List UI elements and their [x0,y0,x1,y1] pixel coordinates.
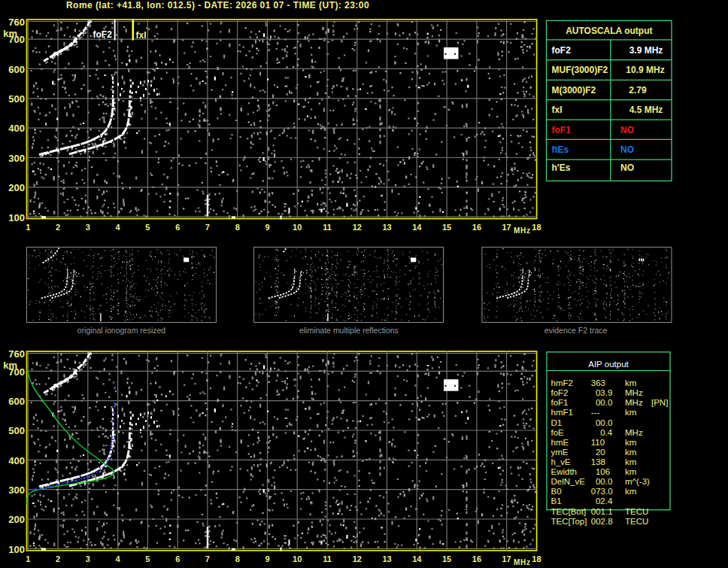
svg-text:evidence F2 trace: evidence F2 trace [544,326,608,335]
svg-text:Rome (lat: +41.8, lon: 012.5): Rome (lat: +41.8, lon: 012.5) - DATE: 20… [66,0,369,11]
svg-text:M(3000)F2: M(3000)F2 [552,85,596,96]
svg-text:10.9 MHz: 10.9 MHz [626,65,664,75]
svg-text:DelN_vE: DelN_vE [551,477,586,486]
svg-text:km: km [625,438,636,447]
svg-text:km: km [625,467,636,476]
svg-text:4.5 MHz: 4.5 MHz [629,105,663,115]
svg-text:MHz: MHz [625,388,643,397]
svg-text:km: km [625,378,636,387]
svg-text:m^(-3): m^(-3) [625,477,650,486]
svg-text:20: 20 [596,448,605,457]
svg-text:00.0: 00.0 [596,398,612,407]
svg-text:NO: NO [620,144,634,155]
svg-text:fxI: fxI [136,30,147,41]
svg-text:foF1: foF1 [552,125,572,135]
svg-text:foF2: foF2 [93,29,113,40]
svg-text:hmE: hmE [551,438,569,447]
svg-text:km: km [625,487,636,496]
svg-text:D1: D1 [551,418,563,427]
svg-text:km: km [625,457,636,466]
svg-text:0.4: 0.4 [600,428,613,437]
svg-text:AIP output: AIP output [588,360,629,369]
svg-text:00.0: 00.0 [596,418,612,427]
svg-text:03.9: 03.9 [596,388,612,397]
svg-text:h'Es: h'Es [552,163,571,173]
svg-text:original ionogram resized: original ionogram resized [77,326,165,335]
svg-text:h_vE: h_vE [551,457,572,466]
svg-text:106: 106 [596,467,610,476]
svg-text:foF2: foF2 [552,45,572,56]
svg-text:eliminate multiple reflections: eliminate multiple reflections [299,326,399,335]
svg-text:B0: B0 [551,487,562,496]
svg-text:[PN]: [PN] [651,398,668,407]
svg-text:TEC[Bot]: TEC[Bot] [551,507,587,516]
svg-text:138: 138 [591,457,605,466]
svg-text:foF1: foF1 [551,398,569,407]
svg-text:MUF(3000)F2: MUF(3000)F2 [552,65,608,75]
svg-text:MHz: MHz [625,428,643,437]
svg-text:TEC[Top]: TEC[Top] [551,517,587,526]
svg-text:TECU: TECU [625,507,648,516]
svg-text:02.4: 02.4 [596,497,613,506]
svg-text:km: km [625,448,636,457]
svg-text:ymE: ymE [551,448,569,457]
svg-text:073.0: 073.0 [591,487,613,496]
svg-text:MHz: MHz [625,398,643,407]
svg-text:ftEs: ftEs [552,144,569,155]
svg-text:00.0: 00.0 [596,477,612,486]
svg-text:km: km [625,408,636,417]
svg-text:001.1: 001.1 [591,507,613,516]
svg-text:---: --- [591,408,600,417]
svg-text:TECU: TECU [625,517,648,526]
svg-text:AUTOSCALA output: AUTOSCALA output [566,26,652,36]
svg-text:NO: NO [620,163,634,173]
svg-text:B1: B1 [551,497,562,506]
svg-text:2.79: 2.79 [629,85,647,96]
svg-text:NO: NO [620,125,634,135]
svg-text:110: 110 [591,438,605,447]
svg-text:002.8: 002.8 [591,517,613,526]
svg-text:Ewidth: Ewidth [551,467,578,476]
svg-text:3.9 MHz: 3.9 MHz [629,45,663,56]
svg-text:hmF1: hmF1 [551,408,573,417]
svg-text:fxI: fxI [552,105,563,115]
svg-text:363: 363 [591,378,605,387]
svg-text:foF2: foF2 [551,388,569,397]
svg-text:hmF2: hmF2 [551,378,573,387]
svg-text:foE: foE [551,428,565,437]
